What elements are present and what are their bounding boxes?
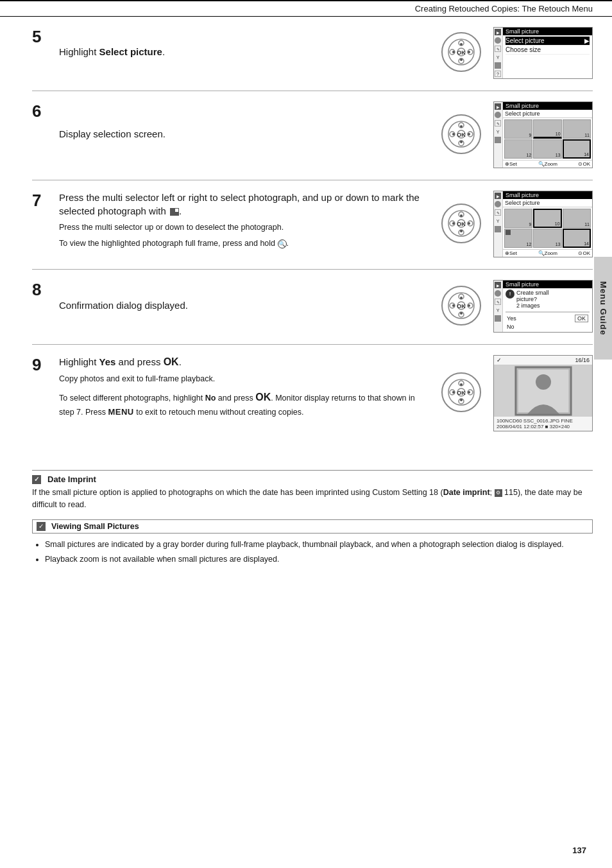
step-7-camera-btn: OK (439, 202, 483, 247)
svg-text:OK: OK (457, 390, 466, 396)
svg-point-34 (452, 222, 455, 225)
step-7-screen: ▶ ✎ Y Small picture (493, 191, 593, 257)
page-number: 137 (572, 846, 586, 855)
step-9-desc1: Copy photos and exit to full-frame playb… (59, 373, 420, 385)
step-5-camera-btn: OK (439, 30, 483, 76)
step-5-screen-title: Small picture (506, 28, 539, 35)
step-9-content: Highlight Yes and press OK. Copy photos … (55, 355, 593, 431)
step-6-title-text: Display selection screen. (59, 128, 166, 139)
svg-point-47 (468, 304, 470, 307)
divider-6-7 (32, 180, 593, 180)
step-6-screen: ▶ ✎ Y Small picture (493, 101, 593, 168)
svg-point-21 (460, 141, 463, 143)
final-check: ✓ (497, 357, 502, 363)
step-6-footer: ⊕Set 🔍Zoom ⊙OK (503, 160, 592, 168)
svg-point-62 (536, 374, 551, 390)
svg-point-59 (468, 391, 470, 394)
step-5-row-size: Choose size (506, 46, 590, 55)
svg-text:OK: OK (457, 303, 466, 309)
svg-point-35 (468, 222, 470, 225)
step-9-camera-btn: OK (439, 370, 483, 416)
step-5-row-select: Select picture ▶ (506, 37, 590, 46)
step-9-row: 9 Highlight Yes and press OK. Copy photo… (32, 351, 593, 431)
step-6-row: 6 Display selection screen. (32, 98, 593, 168)
step-7-title: Press the multi selector left or right t… (59, 191, 420, 218)
svg-point-32 (460, 214, 463, 217)
bullet-2: Playback zoom is not available when smal… (45, 553, 593, 566)
divider-7-8 (32, 269, 593, 270)
step-7-number: 7 (32, 191, 55, 209)
svg-point-58 (452, 391, 455, 394)
svg-point-56 (460, 383, 463, 386)
dialog-line3: 2 images (516, 302, 549, 309)
step-5-images: OK ▶ (433, 27, 593, 79)
step-5-row: 5 Highlight Select picture. (32, 23, 593, 79)
svg-point-44 (460, 297, 463, 299)
step-7-sub1: Press the multi selector up or down to d… (59, 221, 420, 234)
step-9-images: OK ✓ 16/16 (433, 355, 593, 431)
svg-point-23 (468, 133, 470, 135)
svg-point-57 (460, 399, 463, 401)
step-5-item1: Select picture (506, 37, 545, 44)
step-8-images: OK ▶ (433, 280, 593, 333)
divider-5-6 (32, 91, 593, 91)
step-7-images: OK ▶ (433, 191, 593, 257)
svg-point-9 (460, 58, 463, 61)
step-9-number: 9 (32, 355, 55, 373)
note-date-imprint: ✓ Date Imprint If the small picture opti… (32, 470, 593, 512)
step-8-camera-btn: OK (439, 284, 483, 329)
step-6-sub: Select picture (503, 110, 592, 118)
step-5-bold: Select picture (99, 46, 162, 57)
step-7-content: Press the multi selector left or right t… (55, 191, 593, 257)
step-8-row: 8 Confirmation dialog displayed. (32, 276, 593, 333)
dialog-line1: Create small (516, 290, 549, 296)
sidebar-tab: Menu Guide (594, 257, 612, 360)
svg-point-45 (460, 312, 463, 315)
step-8-number: 8 (32, 280, 55, 298)
dialog-line2: picture? (516, 296, 549, 302)
step-6-camera-btn: OK (439, 112, 483, 158)
svg-point-10 (452, 51, 455, 53)
svg-text:OK: OK (457, 49, 466, 56)
step-5-end: . (162, 46, 165, 57)
note1-body: If the small picture option is applied t… (32, 487, 593, 512)
final-counter: 16/16 (575, 357, 590, 363)
step-7-row: 7 Press the multi selector left or right… (32, 187, 593, 257)
step-5-item2: Choose size (506, 46, 541, 53)
step-5-screen: ▶ ✎ Y ? Small picture (493, 27, 593, 79)
svg-text:OK: OK (457, 221, 466, 227)
page-header: Creating Retouched Copies: The Retouch M… (0, 0, 612, 17)
step-6-title: Display selection screen. (59, 127, 166, 141)
final-footer1: 100NCD60 SSC_0016.JPG FINE (497, 418, 590, 424)
svg-text:OK: OK (457, 132, 466, 138)
step-8-screen: ▶ ✎ Y Small picture (493, 280, 593, 333)
svg-point-22 (452, 133, 455, 135)
note-viewing: ✓ Viewing Small Pictures Small pictures … (32, 519, 593, 566)
final-photo (494, 365, 592, 417)
divider-8-9 (32, 344, 593, 345)
step-8-content: Confirmation dialog displayed. (55, 280, 593, 333)
page-container: Creating Retouched Copies: The Retouch M… (0, 0, 612, 868)
bullet-1: Small pictures are indicated by a gray b… (45, 539, 593, 551)
step-5-content: Highlight Select picture. (55, 27, 593, 79)
step-8-title: Confirmation dialog displayed. (59, 299, 188, 312)
step-6-content: Display selection screen. (55, 101, 593, 168)
note1-icon: ✓ (32, 475, 41, 484)
final-footer2: 2008/04/01 12:02:57 ■ 320×240 (497, 424, 590, 430)
step-5-number: 5 (32, 27, 55, 45)
step-9-title: Highlight Yes and press OK. (59, 355, 420, 369)
step-5-title: Highlight Select picture. (59, 45, 165, 58)
note2-icon: ✓ (37, 522, 46, 531)
header-title: Creating Retouched Copies: The Retouch M… (415, 4, 593, 13)
step-7-sub2: To view the highlighted photograph full … (59, 238, 420, 250)
step-9-desc2: To select different photographs, highlig… (59, 390, 420, 419)
step-6-number: 6 (32, 101, 55, 119)
step-5-screen-body: Select picture ▶ Choose size (503, 35, 592, 56)
step-9-screen: ✓ 16/16 (493, 355, 593, 431)
svg-point-33 (460, 230, 463, 232)
content-area: 5 Highlight Select picture. (0, 17, 612, 580)
svg-point-11 (468, 51, 470, 53)
note1-title: ✓ Date Imprint (32, 474, 593, 484)
svg-point-20 (460, 125, 463, 128)
note2-bullets: Small pictures are indicated by a gray b… (32, 539, 593, 566)
